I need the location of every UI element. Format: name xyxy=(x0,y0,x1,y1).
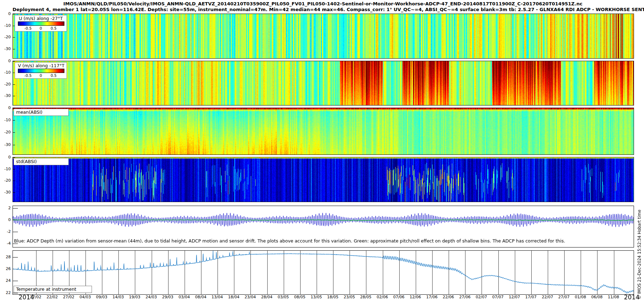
x-tick-label: 03/05 xyxy=(278,295,289,299)
y-tick-label: 0 xyxy=(8,59,11,63)
y-tick-label: -4 xyxy=(7,241,11,245)
x-tick-label: 17/06 xyxy=(426,295,438,299)
x-tick-label: 22/07 xyxy=(542,295,553,299)
colorbar-tick-label: 0 xyxy=(40,26,42,30)
y-tick-label: -20 xyxy=(4,35,11,39)
y-tick-label: -20 xyxy=(4,82,11,86)
panel-v-velocity: V (m/s) along -117°T -0.5 0 0.5 0-10-20-… xyxy=(13,61,633,105)
panel-mean-absi: mean(ABSI) 0-10-20-30 xyxy=(13,108,633,154)
x-tick-label: 19/03 xyxy=(129,295,141,299)
x-axis-date-labels: 17/0222/0227/0204/0309/0314/0319/0324/03… xyxy=(13,295,633,300)
y-tick-label: -30 xyxy=(4,94,11,98)
y-tick-label: -20 xyxy=(4,130,11,134)
v-legend-title: V (m/s) along -117°T xyxy=(18,63,64,68)
y-tick-label: 0 xyxy=(8,106,11,110)
colorbar-tick-label: 0.5 xyxy=(50,26,57,30)
colorbar-tick-labels: -0.5 0 0.5 xyxy=(18,26,64,30)
x-tick-label: 14/03 xyxy=(112,295,124,299)
std-absi-label: std(ABSI) xyxy=(14,158,69,165)
colorbar-tick-label: -0.5 xyxy=(24,73,32,78)
x-tick-label: 13/04 xyxy=(211,295,223,299)
panel-temperature: Temperature at instrument 28262422 xyxy=(13,250,633,294)
x-tick-label: 17/07 xyxy=(525,295,537,299)
u-colorbar-legend: U (m/s) along -27°T -0.5 0 0.5 xyxy=(15,15,67,31)
y-tick-label: -30 xyxy=(4,190,11,194)
x-tick-label: 18/04 xyxy=(228,295,239,299)
x-tick-label: 02/07 xyxy=(476,295,487,299)
x-tick-label: 02/06 xyxy=(377,295,388,299)
x-tick-label: 07/06 xyxy=(393,295,405,299)
y-tick-label: 0 xyxy=(8,217,11,221)
y-tick-label: 0 xyxy=(8,155,11,159)
figure-subtitle-deployment: Deployment 4, member 1 lat=20.05S lon=11… xyxy=(13,7,633,12)
x-tick-label: 22/02 xyxy=(47,295,58,299)
temperature-plot xyxy=(13,250,634,295)
jet-colorbar xyxy=(18,69,64,73)
x-tick-label: 09/03 xyxy=(96,295,107,299)
u-velocity-heatmap xyxy=(13,14,634,59)
y-tick-label: -20 xyxy=(4,178,11,182)
x-tick-label: 23/04 xyxy=(245,295,256,299)
x-tick-label: 07/07 xyxy=(492,295,504,299)
colorbar-tick-label: 0 xyxy=(40,73,42,78)
x-tick-label: 08/05 xyxy=(294,295,306,299)
y-tick-label: 28 xyxy=(6,255,11,259)
jet-colorbar xyxy=(18,21,64,26)
x-tick-label: 18/05 xyxy=(327,295,338,299)
x-tick-label: 29/03 xyxy=(162,295,174,299)
panel-std-absi: std(ABSI) 0-10-20-30 xyxy=(13,157,633,201)
depth-variation-note: Blue: ADCP Depth (m) variation from sens… xyxy=(14,238,565,244)
y-tick-label: -10 xyxy=(4,118,11,122)
panel-u-velocity: U (m/s) along -27°T -0.5 0 0.5 0-10-20-3… xyxy=(13,14,633,58)
y-tick-label: -10 xyxy=(4,167,11,171)
x-tick-label: 06/08 xyxy=(591,295,603,299)
y-tick-label: -30 xyxy=(4,142,11,146)
x-axis-year-left: 2014 xyxy=(19,294,34,301)
y-tick-label: 2 xyxy=(8,206,11,210)
imos-copyright-watermark: © IMOS 21-Dec-2024 15:52:34 Hobart time xyxy=(637,210,642,299)
y-tick-label: 24 xyxy=(6,279,11,283)
std-absi-heatmap xyxy=(13,157,634,202)
mean-absi-label: mean(ABSI) xyxy=(14,109,69,116)
y-tick-label: -30 xyxy=(4,46,11,50)
adcp-figure: IMOS/ANMN/QLD/PIL050/Velocity/IMOS_ANMN-… xyxy=(0,0,644,304)
y-tick-label: 22 xyxy=(6,290,11,294)
y-tick-label: -2 xyxy=(7,229,11,233)
mean-absi-heatmap xyxy=(13,108,634,155)
v-colorbar-legend: V (m/s) along -117°T -0.5 0 0.5 xyxy=(15,62,67,79)
colorbar-tick-label: -0.5 xyxy=(24,26,32,30)
x-tick-label: 27/06 xyxy=(459,295,470,299)
colorbar-tick-label: 0.5 xyxy=(50,73,57,78)
x-tick-label: 03/04 xyxy=(179,295,190,299)
x-tick-label: 22/06 xyxy=(443,295,454,299)
x-tick-label: 01/08 xyxy=(575,295,586,299)
v-velocity-heatmap xyxy=(13,61,634,106)
u-legend-title: U (m/s) along -27°T xyxy=(18,16,64,21)
figure-title-filename: IMOS/ANMN/QLD/PIL050/Velocity/IMOS_ANMN-… xyxy=(13,1,633,6)
x-tick-label: 04/03 xyxy=(79,295,91,299)
x-tick-label: 12/07 xyxy=(509,295,520,299)
x-tick-label: 27/07 xyxy=(558,295,570,299)
x-tick-label: 12/06 xyxy=(410,295,421,299)
y-tick-label: -10 xyxy=(4,70,11,74)
x-tick-label: 28/05 xyxy=(360,295,372,299)
x-tick-label: 24/03 xyxy=(146,295,157,299)
y-tick-label: 26 xyxy=(6,266,11,270)
x-tick-label: 08/04 xyxy=(195,295,206,299)
colorbar-tick-labels: -0.5 0 0.5 xyxy=(18,73,64,78)
x-tick-label: 28/04 xyxy=(261,295,273,299)
x-tick-label: 13/05 xyxy=(311,295,322,299)
x-tick-label: 23/05 xyxy=(343,295,355,299)
x-tick-label: 27/02 xyxy=(63,295,74,299)
y-tick-label: 0 xyxy=(8,12,11,16)
y-tick-label: -10 xyxy=(4,23,11,27)
x-tick-label: 11/08 xyxy=(608,295,619,299)
temperature-label: Temperature at instrument xyxy=(14,286,92,293)
